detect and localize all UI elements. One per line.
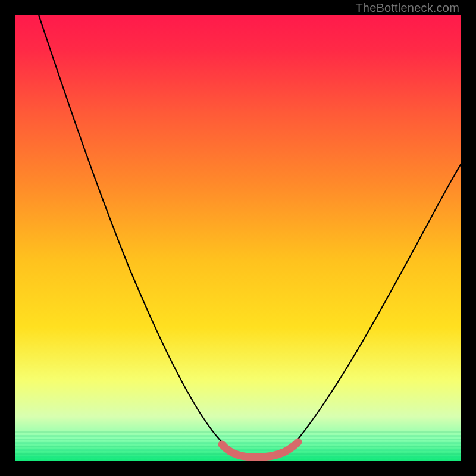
- plot-area: [15, 15, 461, 461]
- bottleneck-curve-path: [39, 15, 461, 456]
- watermark-text: TheBottleneck.com: [355, 1, 459, 15]
- bottleneck-curve-layer: [15, 15, 461, 461]
- chart-frame: TheBottleneck.com: [0, 0, 476, 476]
- optimal-band-path: [222, 442, 298, 457]
